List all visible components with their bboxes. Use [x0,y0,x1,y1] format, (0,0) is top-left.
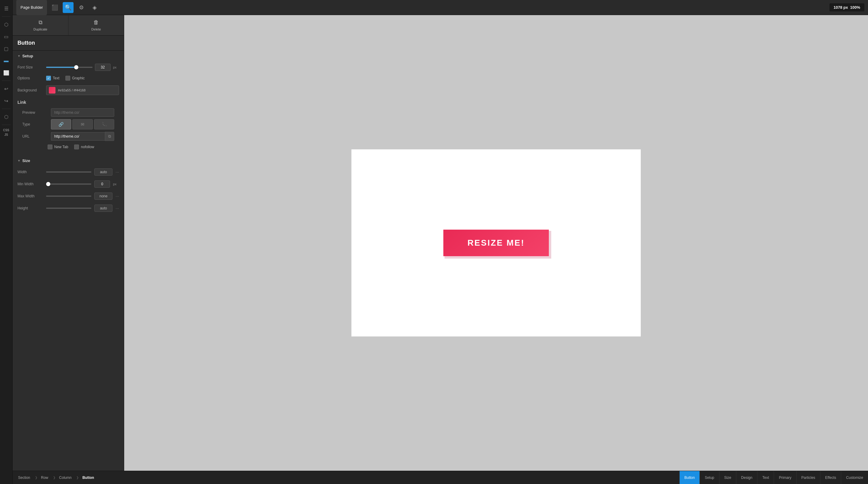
text-option[interactable]: ✓ Text [46,76,59,81]
js-label[interactable]: JS [4,133,8,136]
color-value: #e92a55 / #f44168 [58,88,86,92]
tab-button[interactable]: Button [679,471,700,484]
divider-1 [2,16,10,17]
preview-label: Preview [22,110,48,115]
sidebar-toggle-icon[interactable]: ⬛ [50,2,60,13]
background-swatch[interactable]: #e92a55 / #f44168 [46,85,119,95]
nofollow-checkbox[interactable] [74,145,79,149]
max-width-slider[interactable] [46,196,91,197]
tab-primary[interactable]: Primary [774,471,796,484]
tab-effects[interactable]: Effects [820,471,841,484]
undo-icon[interactable]: ↩ [1,83,12,94]
preview-row: Preview [18,107,119,118]
duplicate-button[interactable]: ⧉ Duplicate [13,15,68,35]
tab-design[interactable]: Design [736,471,757,484]
type-row: Type 🔗 ✉ 📞 [18,118,119,131]
graphic-option-label: Graphic [72,76,85,80]
font-size-slider[interactable] [46,67,93,68]
tab-size[interactable]: Size [719,471,736,484]
breadcrumb-button-item[interactable]: Button [77,471,99,484]
tab-text[interactable]: Text [757,471,774,484]
max-width-options-button[interactable]: ··· [116,194,119,199]
menu-icon[interactable]: ☰ [1,3,12,14]
width-options-button[interactable]: ··· [116,170,119,174]
font-size-row: Font Size 32 px [13,61,124,73]
height-value: auto [94,205,113,212]
setup-label: Setup [22,54,33,58]
new-tab-checkbox[interactable] [48,145,53,149]
divider-2 [2,81,10,81]
text-checkbox[interactable]: ✓ [46,76,51,81]
url-input[interactable]: http://theme.co/ [51,132,105,141]
divider-3 [2,109,10,109]
min-width-slider[interactable] [46,183,91,185]
background-row: Background #e92a55 / #f44168 [13,83,124,97]
block-icon[interactable]: ▢ [1,43,12,54]
divider-4 [2,124,10,125]
delete-label: Delete [91,27,101,31]
height-slider[interactable] [46,208,91,209]
type-email-button[interactable]: ✉ [72,119,93,130]
type-label: Type [22,122,48,126]
min-width-label: Min Width [18,182,43,186]
new-tab-option[interactable]: New Tab [48,145,68,149]
width-value: auto [94,168,113,176]
canvas-area: RESIZE ME! [124,15,868,471]
tab-options-row: New Tab nofollow [18,143,119,150]
url-row: URL http://theme.co/ ⧉ [18,131,119,142]
width-label: Width [18,170,43,174]
text-option-label: Text [53,76,59,80]
page-title-button[interactable]: Page Builder [16,0,47,15]
tab-setup[interactable]: Setup [700,471,719,484]
sidebar: ⧉ Duplicate 🗑 Delete Button ▼ Setup Font… [13,15,124,471]
zoom-px: 1078 px [834,5,848,10]
height-row: Height auto ··· [13,202,124,214]
graphic-option[interactable]: Graphic [65,76,85,81]
size-chevron: ▼ [18,159,21,162]
max-width-value: none [94,193,113,200]
font-size-input[interactable]: 32 [95,64,111,71]
top-bar: Page Builder ⬛ 🔍 ⚙ ◈ 1078 px 100% [13,0,868,15]
link-section: Link Preview Type 🔗 ✉ 📞 URL [13,97,124,155]
background-label: Background [18,88,43,92]
search-icon[interactable]: 🔍 [63,2,73,13]
options-row: Options ✓ Text Graphic [13,73,124,83]
size-section-header[interactable]: ▼ Size [13,155,124,166]
external-icon[interactable]: ⬡ [1,111,12,122]
nofollow-option[interactable]: nofollow [74,145,94,149]
breadcrumb-row-item[interactable]: Row [36,471,54,484]
width-slider[interactable] [46,171,91,173]
breadcrumb-section: Section Row Column Button [13,471,99,484]
type-phone-button[interactable]: 📞 [94,119,114,130]
tab-customize[interactable]: Customize [841,471,868,484]
breadcrumb-column-item[interactable]: Column [54,471,77,484]
type-url-button[interactable]: 🔗 [51,119,71,130]
min-width-input[interactable] [94,180,110,188]
css-label[interactable]: CSS [3,129,9,132]
height-options-button[interactable]: ··· [116,206,119,210]
url-copy-button[interactable]: ⧉ [105,132,114,141]
setup-section-header[interactable]: ▼ Setup [13,51,124,61]
font-size-unit: px [113,65,119,69]
font-size-label: Font Size [18,65,43,69]
canvas-resize-button[interactable]: RESIZE ME! [443,230,549,256]
page-icon[interactable]: ▭ [1,31,12,42]
graphic-checkbox[interactable] [65,76,70,81]
element-icon[interactable]: ▬ [1,55,12,66]
redo-icon[interactable]: ↪ [1,95,12,106]
canvas-button-wrapper: RESIZE ME! [443,230,549,256]
device-icon[interactable]: ⬜ [1,67,12,78]
theme-icon[interactable]: ◈ [89,2,100,13]
max-width-row: Max Width none ··· [13,190,124,202]
min-width-row: Min Width px [13,178,124,190]
tab-particles[interactable]: Particles [796,471,820,484]
width-row: Width auto ··· [13,166,124,178]
layers-icon[interactable]: ⬡ [1,19,12,30]
delete-button[interactable]: 🗑 Delete [68,15,124,35]
content-area: ⧉ Duplicate 🗑 Delete Button ▼ Setup Font… [13,15,868,471]
preview-input[interactable] [51,108,114,117]
color-preview [49,87,56,93]
settings-icon[interactable]: ⚙ [76,2,87,13]
sidebar-actions: ⧉ Duplicate 🗑 Delete [13,15,124,36]
breadcrumb-section-item[interactable]: Section [13,471,36,484]
